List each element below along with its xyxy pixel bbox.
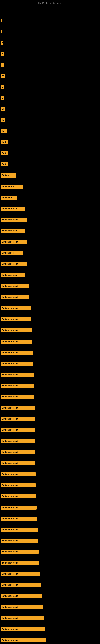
bar-label: Bo	[1, 118, 5, 122]
bar-row: Bottleneck result	[1, 527, 38, 532]
bar-label: Bottleneck result	[1, 317, 31, 322]
bar-row: Bo	[1, 74, 5, 78]
bar-label: Bottleneck result	[1, 450, 35, 454]
bar-row: Bottleneck result	[1, 240, 27, 244]
bar-label: Bottleneck resu	[1, 273, 25, 277]
bar-row: Bottleneck result	[1, 262, 27, 266]
bar-row: Bottleneck result	[1, 572, 40, 576]
bar-label: Bottleneck result	[1, 506, 37, 510]
bar-label: Bottleneck result	[1, 395, 34, 399]
bar-label: Bott	[1, 140, 8, 144]
bar-label: E	[1, 63, 4, 67]
bar-stub	[1, 19, 2, 22]
bar-label: Bottleneck result	[1, 218, 27, 222]
bar-stub	[1, 30, 2, 34]
bar-label: Bott	[1, 162, 8, 166]
bar-row: Bottleneck	[1, 195, 17, 200]
bar-row: Bottleneck result	[1, 372, 34, 377]
bar-label: Bottleneck result	[1, 561, 39, 565]
bar-label: Bottleneck result	[1, 572, 40, 576]
bar-row: B	[1, 96, 4, 100]
bar-row: Bottleneck resu	[1, 228, 25, 233]
bar-row: Bottleneck result	[1, 328, 32, 333]
bar-row: B	[1, 84, 4, 89]
bar-label: Bottleneck result	[1, 340, 32, 344]
bar-label: Bottleneck result	[1, 384, 34, 388]
bar-label: E	[1, 41, 3, 45]
bar-label: Bottleneck re	[1, 251, 23, 255]
bar-row: Bo	[1, 118, 5, 122]
bar-row: Bottleneck re	[1, 250, 23, 256]
bar-label: Bottleneck result	[1, 406, 35, 410]
bar-label: Bot	[1, 129, 7, 133]
bar-label: Bottleneck result	[1, 284, 29, 288]
bar-label: Bottleneck result	[1, 306, 31, 310]
bar-label: Bottleneck re	[1, 184, 23, 188]
bar-row: Bottleneck resu	[1, 206, 25, 211]
bar-row: Bottleneck result	[1, 428, 35, 432]
bar-label: Bottleneck result	[1, 516, 37, 521]
bar-row: Bottleneck result	[1, 582, 41, 588]
bar-row: Bottleneck result	[1, 406, 35, 410]
bar-label: B	[1, 52, 4, 56]
bar-label: Bottleneck result	[1, 605, 43, 609]
bar-row: Bott	[1, 140, 8, 145]
bar-row: Bottleneck result	[1, 627, 45, 632]
bar-label: Bottleneck result	[1, 350, 33, 354]
bar-label: Bottleneck result	[1, 550, 39, 554]
bar-row: E	[1, 40, 3, 45]
bar-row: Bott	[1, 162, 8, 167]
bar-row: Bottleneck result	[1, 538, 38, 543]
bar-label: B	[1, 96, 4, 100]
bar-row: Bottleneck result	[1, 594, 42, 598]
bar-label: Bottleneck result	[1, 295, 29, 299]
bar-row: Bottleneck result	[1, 350, 33, 355]
bar-row: Bottleneck result	[1, 616, 44, 621]
bar-label: Bo	[1, 107, 5, 111]
bar-label: Bottlenec	[1, 174, 16, 178]
bar-label: Bottleneck result	[1, 373, 34, 377]
bar-row: Bottleneck result	[1, 483, 36, 488]
bar-row: B	[1, 51, 4, 56]
bar-label: Bottleneck result	[1, 594, 42, 598]
bar-row: Bottleneck result	[1, 605, 43, 610]
bar-label: Bottleneck result	[1, 627, 45, 631]
bar-row: Bottleneck result	[1, 306, 31, 311]
bar-row: Bottleneck result	[1, 317, 31, 322]
bar-row: Bottleneck result	[1, 361, 33, 366]
bar-row: E	[1, 62, 4, 67]
bar-row: Bottleneck re	[1, 184, 23, 189]
bar-row: Bottleneck result	[1, 384, 34, 388]
bar-row: Bottleneck resu	[1, 273, 25, 278]
bar-row: Bottleneck result	[1, 217, 27, 222]
bar-row: Bott	[1, 151, 8, 156]
bar-label: Bottleneck result	[1, 539, 38, 543]
bar-label: Bottleneck result	[1, 428, 35, 432]
site-title: TheBottlenecker.com	[38, 2, 62, 5]
bar-label: Bottleneck result	[1, 461, 35, 465]
bar-row: Bottleneck result	[1, 494, 36, 499]
bar-row: Bottleneck result	[1, 284, 29, 288]
bar-row: Bottleneck result	[1, 560, 39, 565]
bar-label: Bottleneck resu	[1, 229, 25, 233]
bar-row: Bottleneck result	[1, 550, 39, 554]
bar-label: Bottleneck result	[1, 583, 41, 587]
bar-label: Bottleneck result	[1, 439, 35, 443]
bar-label: Bo	[1, 74, 5, 78]
bar-row: Bottleneck result	[1, 295, 29, 300]
bar-row	[1, 18, 2, 23]
bar-row: Bottleneck result	[1, 472, 36, 477]
bar-label: Bottleneck result	[1, 484, 36, 488]
bar-row: Bottleneck result	[1, 439, 35, 444]
bar-label: Bottleneck result	[1, 362, 33, 366]
bar-row: Bottleneck result	[1, 461, 35, 466]
bar-label: Bottleneck result	[1, 494, 36, 498]
bar-label: Bottleneck result	[1, 638, 46, 642]
bar-row: Bot	[1, 129, 7, 134]
bar-row: Bottleneck result	[1, 450, 35, 454]
bar-label: Bottleneck result	[1, 328, 32, 332]
bar-label: Bottleneck resu	[1, 207, 25, 211]
bar-label: Bottleneck result	[1, 262, 27, 266]
bar-row: Bottleneck result	[1, 416, 35, 422]
bar-row: Bottleneck result	[1, 394, 34, 399]
